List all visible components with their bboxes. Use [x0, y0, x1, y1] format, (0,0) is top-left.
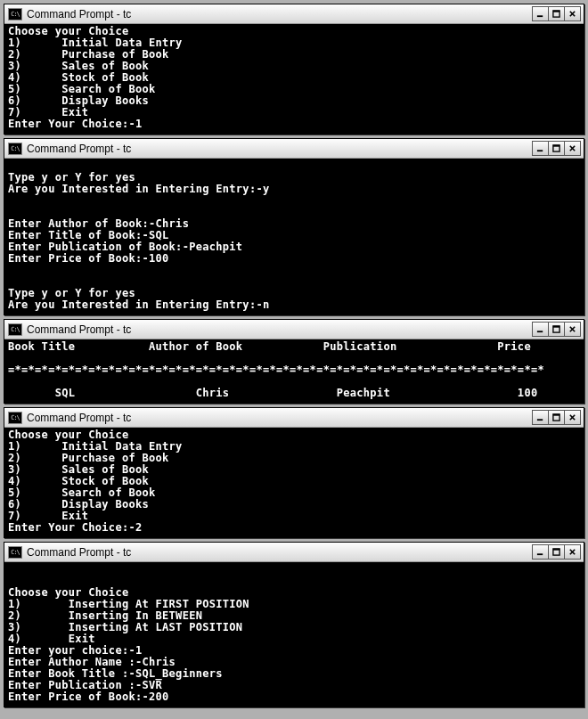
console-output[interactable]: Choose your Choice1) Initial Data Entry2…: [4, 428, 584, 537]
command-prompt-window: C:\Command Prompt - tcBook Title Author …: [4, 319, 584, 404]
window-controls: [533, 6, 581, 21]
window-title: Command Prompt - tc: [27, 143, 533, 155]
minimize-button[interactable]: [532, 544, 549, 560]
maximize-button[interactable]: [548, 410, 565, 425]
close-button[interactable]: [564, 322, 581, 337]
command-prompt-window: C:\Command Prompt - tc Choose your Choic…: [4, 542, 584, 707]
titlebar[interactable]: C:\Command Prompt - tc: [4, 139, 584, 159]
command-prompt-window: C:\Command Prompt - tcChoose your Choice…: [4, 4, 584, 135]
console-output[interactable]: Choose your Choice1) Initial Data Entry2…: [4, 24, 584, 134]
window-title: Command Prompt - tc: [27, 323, 533, 336]
maximize-button[interactable]: [548, 322, 565, 337]
console-line: 6) Display Books: [8, 95, 580, 107]
window-controls: [533, 322, 581, 337]
console-output[interactable]: Choose your Choice1) Inserting At FIRST …: [4, 562, 584, 707]
cmd-icon: C:\: [8, 143, 22, 155]
console-output[interactable]: Type y or Y for yesAre you Interested in…: [4, 159, 584, 315]
console-line: Are you Interested in Entering Entry:-n: [8, 299, 580, 311]
console-line: Are you Interested in Entering Entry:-y: [8, 184, 580, 195]
titlebar[interactable]: C:\Command Prompt - tc: [4, 320, 584, 339]
close-button[interactable]: [564, 544, 581, 560]
svg-rect-9: [537, 419, 543, 421]
window-title: Command Prompt - tc: [27, 8, 533, 20]
titlebar[interactable]: C:\Command Prompt - tc: [4, 4, 584, 24]
console-line: =*=*=*=*=*=*=*=*=*=*=*=*=*=*=*=*=*=*=*=*…: [8, 364, 580, 376]
svg-rect-2: [553, 11, 559, 12]
svg-rect-0: [537, 15, 543, 17]
minimize-button[interactable]: [532, 322, 549, 337]
console-line: [8, 195, 580, 207]
svg-rect-12: [537, 553, 543, 555]
cmd-icon: C:\: [8, 323, 22, 336]
maximize-button[interactable]: [548, 544, 565, 560]
svg-rect-8: [553, 326, 559, 328]
window-controls: [533, 544, 581, 560]
console-output[interactable]: Book Title Author of Book Publication Pr…: [4, 339, 584, 403]
window-controls: [533, 141, 581, 156]
titlebar[interactable]: C:\Command Prompt - tc: [4, 543, 584, 562]
console-line: Enter Your Choice:-2: [8, 522, 580, 534]
cmd-icon: C:\: [8, 412, 22, 424]
cmd-icon: C:\: [8, 8, 22, 20]
command-prompt-window: C:\Command Prompt - tc Type y or Y for y…: [4, 138, 584, 315]
console-line: 6) Display Books: [8, 499, 580, 511]
svg-rect-5: [553, 145, 559, 147]
close-button[interactable]: [564, 6, 581, 21]
cmd-icon: C:\: [8, 546, 22, 559]
window-title: Command Prompt - tc: [27, 412, 533, 424]
minimize-button[interactable]: [532, 6, 549, 21]
console-line: [8, 564, 580, 576]
minimize-button[interactable]: [532, 410, 549, 425]
maximize-button[interactable]: [548, 141, 565, 156]
window-controls: [533, 410, 581, 425]
svg-rect-3: [537, 150, 543, 151]
console-line: Enter Your Choice:-1: [8, 118, 580, 130]
console-line: [8, 265, 580, 276]
close-button[interactable]: [564, 141, 581, 156]
svg-rect-11: [553, 414, 559, 416]
window-title: Command Prompt - tc: [27, 546, 533, 559]
command-prompt-window: C:\Command Prompt - tcChoose your Choice…: [4, 407, 584, 538]
svg-rect-14: [553, 549, 559, 551]
close-button[interactable]: [564, 410, 581, 425]
console-line: SQL Chris Peachpit 100: [8, 388, 580, 399]
console-line: Book Title Author of Book Publication Pr…: [8, 341, 580, 353]
console-line: Enter Price of Book:-200: [8, 691, 580, 703]
minimize-button[interactable]: [532, 141, 549, 156]
svg-rect-6: [537, 331, 543, 332]
console-line: Enter Price of Book:-100: [8, 253, 580, 265]
maximize-button[interactable]: [548, 6, 565, 21]
titlebar[interactable]: C:\Command Prompt - tc: [4, 408, 584, 428]
